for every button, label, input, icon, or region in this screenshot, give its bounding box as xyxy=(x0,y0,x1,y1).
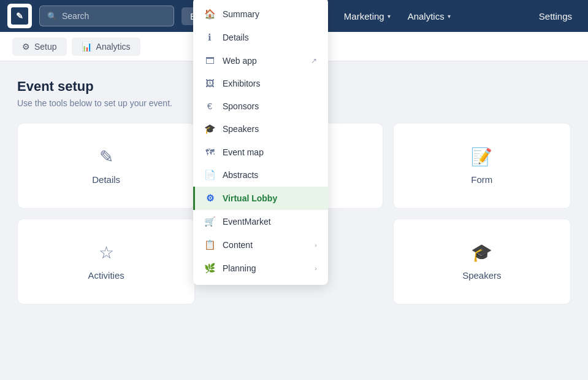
setup-button[interactable]: ⚙ Setup xyxy=(12,37,67,56)
setup-icon: ⚙ xyxy=(22,42,30,52)
search-icon: 🔍 xyxy=(47,12,57,21)
search-box[interactable]: 🔍 Search xyxy=(39,6,174,26)
abstracts-icon: 📄 xyxy=(204,169,215,180)
menu-item-eventmarket[interactable]: 🛒 EventMarket xyxy=(193,210,328,233)
speakers-card-icon: 🎓 xyxy=(471,242,492,263)
content-chevron-icon: › xyxy=(315,241,317,249)
summary-icon: 🏠 xyxy=(204,9,215,20)
planning-icon: 🌿 xyxy=(204,263,215,274)
virtuallobby-icon: ⚙ xyxy=(204,193,215,204)
menu-item-exhibitors[interactable]: 🖼 Exhibitors xyxy=(193,72,328,95)
card-details[interactable]: ✎ Details xyxy=(17,123,195,209)
exhibitors-icon: 🖼 xyxy=(204,78,215,88)
content-icon: 📋 xyxy=(204,239,215,250)
speakers-menu-icon: 🎓 xyxy=(204,123,215,134)
menu-item-sponsors[interactable]: € Sponsors xyxy=(193,95,328,117)
details-menu-icon: ℹ xyxy=(204,32,215,43)
analytics-button[interactable]: 📊 Analytics xyxy=(72,37,140,56)
logo-button[interactable]: ✎ xyxy=(7,4,32,28)
menu-item-content[interactable]: 📋 Content › xyxy=(193,233,328,257)
form-card-icon: 📝 xyxy=(471,147,492,167)
marketing-caret-icon: ▾ xyxy=(388,13,391,20)
logo-icon: ✎ xyxy=(11,7,28,25)
menu-item-virtuallobby[interactable]: ⚙ Virtual Lobby xyxy=(193,187,328,210)
menu-item-details[interactable]: ℹ Details xyxy=(193,26,328,49)
search-placeholder: Search xyxy=(62,11,89,21)
menu-item-planning[interactable]: 🌿 Planning › xyxy=(193,257,328,280)
nav-item-analytics[interactable]: Analytics ▾ xyxy=(399,7,459,25)
external-link-icon: ↗ xyxy=(311,56,317,65)
planning-chevron-icon: › xyxy=(315,265,317,272)
eventmarket-icon: 🛒 xyxy=(204,216,215,227)
eventmap-icon: 🗺 xyxy=(204,147,215,157)
details-card-label: Details xyxy=(92,174,120,185)
card-activities[interactable]: ☆ Activities xyxy=(17,219,195,304)
dropdown-menu: 🏠 Summary ℹ Details 🗖 Web app ↗ 🖼 Exhibi… xyxy=(193,0,328,285)
menu-item-speakers[interactable]: 🎓 Speakers xyxy=(193,117,328,141)
analytics-caret-icon: ▾ xyxy=(448,13,451,20)
card-speakers[interactable]: 🎓 Speakers xyxy=(393,219,571,304)
analytics-icon: 📊 xyxy=(82,42,92,52)
form-card-label: Form xyxy=(471,174,492,185)
menu-item-abstracts[interactable]: 📄 Abstracts xyxy=(193,163,328,187)
activities-card-label: Activities xyxy=(88,270,124,281)
menu-item-eventmap[interactable]: 🗺 Event map xyxy=(193,141,328,163)
speakers-card-label: Speakers xyxy=(462,270,501,281)
card-form[interactable]: 📝 Form xyxy=(393,123,571,209)
nav-item-settings[interactable]: Settings xyxy=(530,7,581,25)
sponsors-icon: € xyxy=(204,101,215,111)
activities-card-icon: ☆ xyxy=(99,242,114,263)
webapp-menu-icon: 🗖 xyxy=(204,55,215,66)
nav-item-marketing[interactable]: Marketing ▾ xyxy=(335,7,399,25)
main-content: Event setup Use the tools below to set u… xyxy=(0,61,588,322)
details-card-icon: ✎ xyxy=(99,147,113,167)
menu-item-summary[interactable]: 🏠 Summary xyxy=(193,2,328,26)
menu-item-webapp[interactable]: 🗖 Web app ↗ xyxy=(193,49,328,72)
